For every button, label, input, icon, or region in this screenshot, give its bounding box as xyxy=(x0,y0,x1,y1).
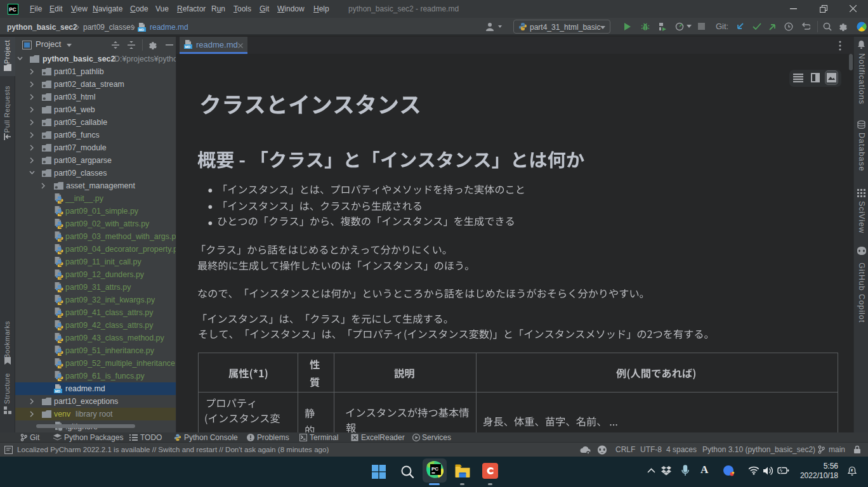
svg-text:z: z xyxy=(668,465,671,470)
svg-text:z: z xyxy=(851,468,853,472)
svg-text:PC: PC xyxy=(431,466,438,472)
